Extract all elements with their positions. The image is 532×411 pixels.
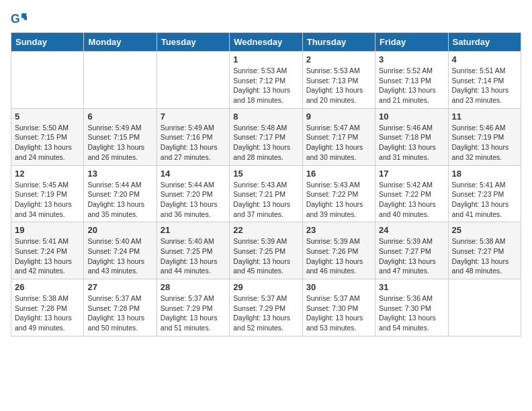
day-number: 8	[233, 111, 298, 122]
calendar-cell	[84, 52, 157, 109]
day-info: Sunrise: 5:41 AM Sunset: 7:23 PM Dayligh…	[452, 180, 517, 220]
day-number: 11	[452, 111, 517, 122]
day-info: Sunrise: 5:37 AM Sunset: 7:29 PM Dayligh…	[233, 293, 298, 333]
day-info: Sunrise: 5:40 AM Sunset: 7:25 PM Dayligh…	[161, 236, 226, 276]
weekday-header-friday: Friday	[375, 33, 448, 52]
day-number: 4	[452, 54, 517, 64]
week-row-3: 12Sunrise: 5:45 AM Sunset: 7:19 PM Dayli…	[11, 165, 521, 222]
week-row-2: 5Sunrise: 5:50 AM Sunset: 7:15 PM Daylig…	[11, 108, 521, 165]
calendar-cell: 21Sunrise: 5:40 AM Sunset: 7:25 PM Dayli…	[157, 222, 229, 279]
day-info: Sunrise: 5:41 AM Sunset: 7:24 PM Dayligh…	[15, 236, 80, 276]
calendar-cell	[448, 279, 521, 336]
day-info: Sunrise: 5:44 AM Sunset: 7:20 PM Dayligh…	[87, 180, 152, 220]
calendar-cell: 10Sunrise: 5:46 AM Sunset: 7:18 PM Dayli…	[375, 108, 448, 165]
day-number: 23	[306, 225, 371, 235]
calendar-cell: 19Sunrise: 5:41 AM Sunset: 7:24 PM Dayli…	[11, 222, 84, 279]
day-info: Sunrise: 5:43 AM Sunset: 7:21 PM Dayligh…	[233, 180, 298, 220]
day-number: 1	[233, 54, 298, 64]
day-info: Sunrise: 5:52 AM Sunset: 7:13 PM Dayligh…	[379, 66, 444, 105]
day-info: Sunrise: 5:36 AM Sunset: 7:30 PM Dayligh…	[379, 293, 444, 333]
calendar-cell: 11Sunrise: 5:46 AM Sunset: 7:19 PM Dayli…	[448, 108, 521, 165]
calendar-cell: 22Sunrise: 5:39 AM Sunset: 7:25 PM Dayli…	[230, 222, 302, 279]
calendar: SundayMondayTuesdayWednesdayThursdayFrid…	[11, 32, 521, 336]
logo-icon: G	[11, 11, 27, 27]
day-info: Sunrise: 5:51 AM Sunset: 7:14 PM Dayligh…	[452, 66, 517, 105]
weekday-header-row: SundayMondayTuesdayWednesdayThursdayFrid…	[11, 33, 521, 52]
calendar-cell: 29Sunrise: 5:37 AM Sunset: 7:29 PM Dayli…	[230, 279, 302, 336]
calendar-cell: 4Sunrise: 5:51 AM Sunset: 7:14 PM Daylig…	[448, 52, 521, 109]
day-info: Sunrise: 5:49 AM Sunset: 7:16 PM Dayligh…	[161, 123, 226, 163]
day-info: Sunrise: 5:46 AM Sunset: 7:18 PM Dayligh…	[379, 123, 444, 163]
weekday-header-tuesday: Tuesday	[157, 33, 229, 52]
day-info: Sunrise: 5:39 AM Sunset: 7:26 PM Dayligh…	[306, 236, 371, 276]
calendar-cell: 2Sunrise: 5:53 AM Sunset: 7:13 PM Daylig…	[302, 52, 375, 109]
calendar-cell	[11, 52, 84, 109]
calendar-cell: 9Sunrise: 5:47 AM Sunset: 7:17 PM Daylig…	[302, 108, 375, 165]
day-number: 5	[15, 111, 80, 122]
weekday-header-saturday: Saturday	[448, 33, 521, 52]
calendar-cell: 8Sunrise: 5:48 AM Sunset: 7:17 PM Daylig…	[230, 108, 302, 165]
calendar-cell: 16Sunrise: 5:43 AM Sunset: 7:22 PM Dayli…	[302, 165, 375, 222]
day-info: Sunrise: 5:37 AM Sunset: 7:29 PM Dayligh…	[161, 293, 226, 333]
day-number: 25	[452, 225, 517, 235]
day-info: Sunrise: 5:53 AM Sunset: 7:13 PM Dayligh…	[306, 66, 371, 105]
day-number: 19	[15, 225, 80, 235]
day-info: Sunrise: 5:38 AM Sunset: 7:27 PM Dayligh…	[452, 236, 517, 276]
weekday-header-sunday: Sunday	[11, 33, 84, 52]
day-info: Sunrise: 5:39 AM Sunset: 7:27 PM Dayligh…	[379, 236, 444, 276]
calendar-cell: 14Sunrise: 5:44 AM Sunset: 7:20 PM Dayli…	[157, 165, 229, 222]
day-number: 31	[379, 282, 444, 292]
day-number: 7	[161, 111, 226, 122]
calendar-cell: 12Sunrise: 5:45 AM Sunset: 7:19 PM Dayli…	[11, 165, 84, 222]
day-number: 27	[87, 282, 152, 292]
day-info: Sunrise: 5:40 AM Sunset: 7:24 PM Dayligh…	[87, 236, 152, 276]
day-number: 28	[161, 282, 226, 292]
calendar-cell: 27Sunrise: 5:37 AM Sunset: 7:28 PM Dayli…	[84, 279, 157, 336]
calendar-cell: 23Sunrise: 5:39 AM Sunset: 7:26 PM Dayli…	[302, 222, 375, 279]
day-number: 9	[306, 111, 371, 122]
day-info: Sunrise: 5:48 AM Sunset: 7:17 PM Dayligh…	[233, 123, 298, 163]
calendar-cell: 30Sunrise: 5:37 AM Sunset: 7:30 PM Dayli…	[302, 279, 375, 336]
day-info: Sunrise: 5:44 AM Sunset: 7:20 PM Dayligh…	[161, 180, 226, 220]
calendar-cell: 24Sunrise: 5:39 AM Sunset: 7:27 PM Dayli…	[375, 222, 448, 279]
day-number: 12	[15, 169, 80, 179]
day-info: Sunrise: 5:53 AM Sunset: 7:12 PM Dayligh…	[233, 66, 298, 105]
calendar-cell: 18Sunrise: 5:41 AM Sunset: 7:23 PM Dayli…	[448, 165, 521, 222]
svg-text:G: G	[11, 12, 20, 26]
week-row-5: 26Sunrise: 5:38 AM Sunset: 7:28 PM Dayli…	[11, 279, 521, 336]
calendar-cell: 31Sunrise: 5:36 AM Sunset: 7:30 PM Dayli…	[375, 279, 448, 336]
day-info: Sunrise: 5:42 AM Sunset: 7:22 PM Dayligh…	[379, 180, 444, 220]
day-number: 6	[87, 111, 152, 122]
calendar-cell	[157, 52, 229, 109]
day-number: 14	[161, 169, 226, 179]
day-info: Sunrise: 5:37 AM Sunset: 7:28 PM Dayligh…	[87, 293, 152, 333]
day-info: Sunrise: 5:38 AM Sunset: 7:28 PM Dayligh…	[15, 293, 80, 333]
calendar-cell: 7Sunrise: 5:49 AM Sunset: 7:16 PM Daylig…	[157, 108, 229, 165]
calendar-cell: 17Sunrise: 5:42 AM Sunset: 7:22 PM Dayli…	[375, 165, 448, 222]
weekday-header-thursday: Thursday	[302, 33, 375, 52]
weekday-header-wednesday: Wednesday	[230, 33, 302, 52]
calendar-cell: 3Sunrise: 5:52 AM Sunset: 7:13 PM Daylig…	[375, 52, 448, 109]
day-number: 18	[452, 169, 517, 179]
week-row-4: 19Sunrise: 5:41 AM Sunset: 7:24 PM Dayli…	[11, 222, 521, 279]
logo: G	[11, 11, 30, 27]
day-number: 29	[233, 282, 298, 292]
day-number: 21	[161, 225, 226, 235]
calendar-cell: 26Sunrise: 5:38 AM Sunset: 7:28 PM Dayli…	[11, 279, 84, 336]
header: G	[11, 11, 521, 27]
day-number: 22	[233, 225, 298, 235]
day-info: Sunrise: 5:49 AM Sunset: 7:15 PM Dayligh…	[87, 123, 152, 163]
day-number: 20	[87, 225, 152, 235]
day-number: 17	[379, 169, 444, 179]
day-info: Sunrise: 5:37 AM Sunset: 7:30 PM Dayligh…	[306, 293, 371, 333]
day-info: Sunrise: 5:43 AM Sunset: 7:22 PM Dayligh…	[306, 180, 371, 220]
calendar-cell: 25Sunrise: 5:38 AM Sunset: 7:27 PM Dayli…	[448, 222, 521, 279]
calendar-cell: 15Sunrise: 5:43 AM Sunset: 7:21 PM Dayli…	[230, 165, 302, 222]
day-number: 10	[379, 111, 444, 122]
day-number: 26	[15, 282, 80, 292]
week-row-1: 1Sunrise: 5:53 AM Sunset: 7:12 PM Daylig…	[11, 52, 521, 109]
day-info: Sunrise: 5:50 AM Sunset: 7:15 PM Dayligh…	[15, 123, 80, 163]
weekday-header-monday: Monday	[84, 33, 157, 52]
day-info: Sunrise: 5:46 AM Sunset: 7:19 PM Dayligh…	[452, 123, 517, 163]
day-number: 16	[306, 169, 371, 179]
